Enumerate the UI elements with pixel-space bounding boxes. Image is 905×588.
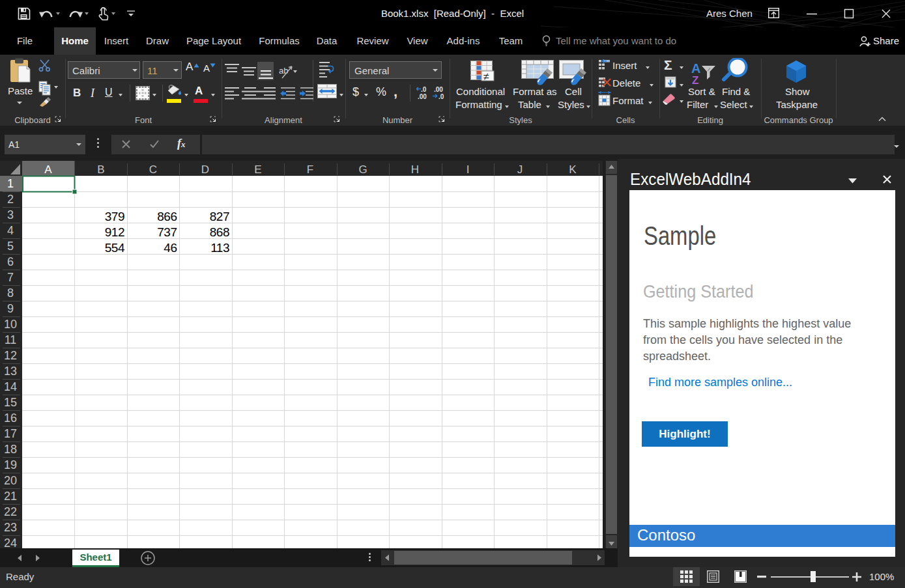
svg-text:.00: .00 <box>418 93 427 100</box>
svg-text:G: G <box>358 163 367 176</box>
svg-text:.0: .0 <box>421 86 427 93</box>
svg-text:379: 379 <box>105 210 124 223</box>
svg-text:4: 4 <box>7 224 14 237</box>
svg-text:20: 20 <box>4 474 17 487</box>
svg-text:D: D <box>201 163 209 176</box>
svg-text:9: 9 <box>7 302 14 315</box>
svg-text:737: 737 <box>157 225 177 239</box>
svg-text:19: 19 <box>4 458 17 471</box>
svg-text:H: H <box>411 163 419 176</box>
svg-text:24: 24 <box>4 537 17 548</box>
svg-text:14: 14 <box>4 380 17 393</box>
svg-text:A: A <box>44 163 52 176</box>
svg-text:C: C <box>149 163 157 176</box>
svg-text:8: 8 <box>7 287 14 300</box>
svg-text:K: K <box>569 163 577 176</box>
svg-text:J: J <box>517 163 523 176</box>
svg-text:.00: .00 <box>434 86 443 93</box>
svg-text:23: 23 <box>4 521 17 534</box>
svg-text:868: 868 <box>210 225 229 239</box>
svg-text:16: 16 <box>4 412 17 425</box>
svg-text:≠: ≠ <box>483 71 489 82</box>
svg-text:Z: Z <box>692 74 698 84</box>
svg-text:18: 18 <box>4 443 17 456</box>
svg-text:912: 912 <box>105 225 124 239</box>
svg-text:5: 5 <box>7 240 14 253</box>
svg-text:12: 12 <box>4 349 17 362</box>
svg-text:3: 3 <box>7 208 14 221</box>
svg-text:.0: .0 <box>438 93 444 100</box>
svg-text:866: 866 <box>157 210 177 223</box>
svg-text:A: A <box>691 61 700 76</box>
svg-text:F: F <box>307 163 313 176</box>
svg-text:I: I <box>467 163 470 176</box>
svg-text:113: 113 <box>210 241 229 255</box>
svg-text:554: 554 <box>105 241 125 255</box>
svg-text:21: 21 <box>4 490 17 503</box>
svg-text:13: 13 <box>4 365 17 378</box>
svg-text:22: 22 <box>4 505 17 518</box>
svg-text:6: 6 <box>7 255 14 268</box>
svg-text:46: 46 <box>164 241 177 255</box>
svg-text:2: 2 <box>7 193 14 206</box>
svg-text:11: 11 <box>5 333 17 346</box>
svg-text:E: E <box>254 163 261 176</box>
svg-text:ab: ab <box>279 66 288 76</box>
svg-text:15: 15 <box>4 396 17 409</box>
svg-text:827: 827 <box>210 210 229 223</box>
svg-text:B: B <box>97 163 104 176</box>
svg-text:17: 17 <box>4 427 17 440</box>
svg-text:7: 7 <box>7 271 14 284</box>
svg-text:1: 1 <box>7 177 14 190</box>
svg-text:10: 10 <box>4 318 17 331</box>
